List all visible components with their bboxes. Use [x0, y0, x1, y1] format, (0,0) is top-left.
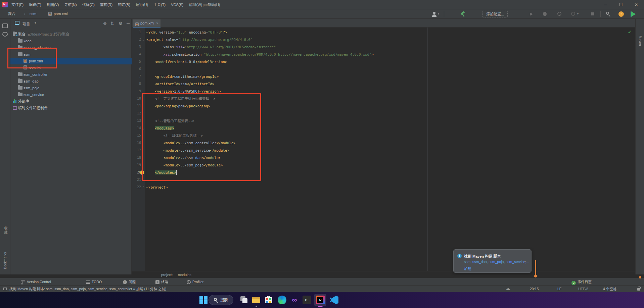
profile-chevron-icon[interactable]: ▾	[438, 12, 439, 15]
menu-8[interactable]: 运行(U)	[133, 0, 151, 9]
breadcrumb-item-ssm[interactable]: ssm	[30, 9, 36, 18]
status-message[interactable]: 找到 Maven 构建 脚本: ssm, ssm_dao, ssm_pojo, …	[9, 286, 166, 292]
run-button[interactable]	[528, 11, 535, 17]
indent-indicator[interactable]: 4 个空格	[603, 286, 616, 292]
toolwindow-问题-button[interactable]: !问题	[123, 278, 136, 286]
edge-browser-button[interactable]	[278, 296, 286, 304]
code-text: <?xml version="1.0" encoding="UTF-8"?>	[146, 29, 227, 36]
cloud-sync-icon[interactable]: ☁	[506, 286, 510, 291]
hide-panel-icon[interactable]: ─	[127, 21, 130, 26]
maximize-button[interactable]: ☐	[615, 0, 627, 9]
taskbar-search-button[interactable]: 搜索	[209, 295, 233, 305]
project-view-chevron-icon[interactable]: ▾	[35, 21, 36, 24]
menu-5[interactable]: 代码(C)	[80, 0, 97, 9]
code-line-1[interactable]: 1<?xml version="1.0" encoding="UTF-8"?>	[132, 29, 635, 36]
code-line-7[interactable]: 7 <groupId>com.itheima</groupId>	[132, 73, 635, 80]
notification-load-link[interactable]: 加载	[464, 266, 471, 271]
close-button[interactable]: ✕	[631, 0, 642, 9]
search-everywhere-icon[interactable]	[605, 11, 612, 17]
code-line-8[interactable]: 8 <artifactId>ssm</artifactId>	[132, 80, 635, 88]
profiler-run-button[interactable]	[556, 11, 563, 17]
terminal-button[interactable]: >_	[303, 296, 311, 304]
toolwindow-终端-button[interactable]: >终端	[155, 278, 168, 286]
tab-close-icon[interactable]: ×	[156, 21, 158, 25]
menu-3[interactable]: 视图(V)	[44, 0, 62, 9]
profile-user-icon[interactable]	[431, 11, 438, 17]
tree-row-外部库[interactable]: 外部库	[10, 98, 132, 105]
toolwindow-version-control-button[interactable]: Version Control	[21, 278, 51, 286]
code-line-22[interactable]: 22⌃</project>	[132, 184, 635, 191]
panel-settings-gear-icon[interactable]: ⚙	[119, 21, 123, 26]
locate-file-icon[interactable]: ⊕	[103, 21, 107, 26]
run-coverage-button[interactable]	[570, 11, 577, 17]
caret-position[interactable]: 20:15	[530, 286, 539, 292]
toolwindow-profiler-button[interactable]: Profiler	[187, 278, 203, 286]
tree-row-ssm_dao[interactable]: ▸ssm_dao	[10, 78, 132, 85]
menu-6[interactable]: 重构(R)	[97, 0, 115, 9]
line-number: 1	[132, 29, 141, 36]
code-line-2[interactable]: 2⌄<project xmlns="http://maven.apache.or…	[132, 36, 635, 43]
maven-notification-popup[interactable]: i 找到 Maven 构建 脚本 ssm, ssm_dao, ssm_pojo,…	[453, 249, 532, 273]
tree-row-.idea[interactable]: ▸.idea	[10, 38, 132, 44]
breadcrumb-item-pom.xml[interactable]: pom.xml	[54, 9, 68, 18]
tree-row-ssm_controller[interactable]: ▸ssm_controller	[10, 71, 132, 78]
notification-module-links[interactable]: ssm, ssm_dao, ssm_pojo, ssm_service,...	[464, 260, 529, 264]
encoding-indicator[interactable]: UTF-8	[578, 286, 588, 292]
terminal-icon: >	[155, 280, 159, 284]
event-log-button[interactable]: 2事件日志	[571, 278, 592, 286]
menu-9[interactable]: 工具(T)	[151, 0, 168, 9]
start-button[interactable]	[199, 296, 208, 304]
bookmarks-stripe-button[interactable]: Bookmarks	[3, 250, 7, 271]
code-line-4[interactable]: 4 xsi:schemaLocation="http://maven.apach…	[132, 51, 635, 58]
update-available-icon[interactable]: ↑	[618, 11, 625, 17]
intellij-idea-button[interactable]: IJ	[314, 294, 326, 306]
background-tasks-icon[interactable]	[3, 288, 7, 290]
add-configuration-button[interactable]: 添加配置...	[482, 11, 508, 17]
vscode-button[interactable]	[330, 296, 338, 304]
branch-icon	[21, 280, 25, 285]
menu-7[interactable]: 构建(B)	[115, 0, 133, 9]
code-line-6[interactable]: 6	[132, 65, 635, 73]
collapse-all-icon[interactable]: ⇅	[110, 21, 114, 26]
tree-project-path: E:\IdeaProjects\代码\聚合	[28, 31, 70, 38]
stop-button[interactable]	[590, 11, 596, 17]
minimize-button[interactable]: ─	[600, 0, 611, 9]
menu-1[interactable]: 文件(F)	[9, 0, 26, 9]
project-panel-title[interactable]: 项目	[22, 21, 30, 27]
task-view-button[interactable]	[240, 296, 248, 304]
ide-features-icon[interactable]	[630, 11, 637, 17]
notification-expand-chevron-icon[interactable]: ⌄	[524, 259, 526, 263]
visual-studio-button[interactable]: ∞	[290, 296, 299, 304]
tree-row-聚合[interactable]: ▾聚合 E:\IdeaProjects\代码\聚合	[10, 31, 132, 38]
tree-row-ssm_service[interactable]: ▸ssm_service	[10, 91, 132, 98]
menu-10[interactable]: VCS(S)	[168, 0, 186, 9]
run-options-chevron-icon[interactable]: ▾	[577, 12, 579, 15]
toolwindow-todo-button[interactable]: TODO	[86, 278, 102, 286]
favorites-stripe-button[interactable]: 收藏	[3, 226, 8, 235]
code-line-3[interactable]: 3 xmlns:xsi="http://www.w3.org/2001/XMLS…	[132, 43, 635, 51]
debug-button[interactable]	[542, 11, 548, 17]
tab-pom-xml[interactable]: mpom.xml×	[133, 19, 160, 28]
editor-breadcrumb-modules[interactable]: modules	[178, 271, 191, 278]
structure-stripe-icon[interactable]	[2, 32, 8, 37]
inspection-ok-icon[interactable]: ✓	[628, 30, 632, 35]
file-explorer-button[interactable]	[252, 296, 261, 304]
tree-row-临时文件和控制台[interactable]: 临时文件和控制台	[10, 105, 132, 111]
line-number: 13	[132, 117, 141, 124]
build-hammer-icon[interactable]	[460, 11, 467, 17]
fold-marker-icon[interactable]: ⌄	[142, 36, 146, 43]
code-line-5[interactable]: 5 <modelVersion>4.0.0</modelVersion>	[132, 58, 635, 65]
microsoft-store-button[interactable]	[264, 296, 273, 304]
maven-stripe-button[interactable]: Maven	[638, 33, 642, 49]
line-ending-indicator[interactable]: LF	[557, 286, 561, 292]
menu-2[interactable]: 编辑(E)	[26, 0, 44, 9]
project-stripe-icon[interactable]	[2, 23, 8, 28]
fold-marker-icon[interactable]: ⌃	[142, 184, 146, 191]
tree-row-ssm_pojo[interactable]: ▸ssm_pojo	[10, 85, 132, 91]
breadcrumb-item-聚合[interactable]: 聚合	[8, 9, 15, 18]
editor-breadcrumb-project[interactable]: project	[161, 271, 172, 278]
menu-4[interactable]: 导航(N)	[61, 0, 79, 9]
readonly-lock-icon[interactable]	[637, 288, 640, 291]
tree-lib-icon	[13, 99, 17, 103]
title-bar: IJ 文件(F)编辑(E)视图(V)导航(N)代码(C)重构(R)构建(B)运行…	[0, 0, 644, 9]
